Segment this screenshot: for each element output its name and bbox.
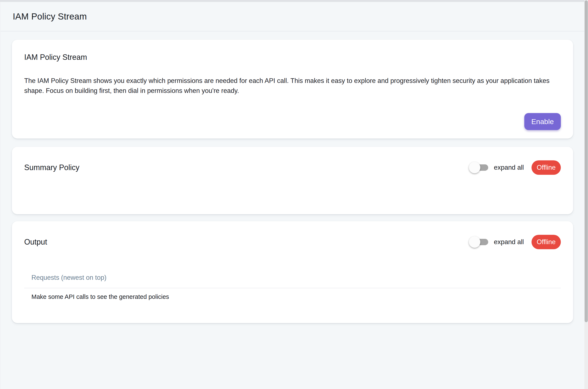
scrollbar[interactable] (584, 0, 588, 389)
summary-policy-heading: Summary Policy (24, 163, 79, 172)
toggle-knob (469, 162, 480, 173)
summary-status-badge-offline: Offline (532, 160, 561, 175)
intro-card: IAM Policy Stream The IAM Policy Stream … (12, 40, 573, 138)
app-header: IAM Policy Stream (0, 2, 584, 32)
toggle-knob (469, 236, 480, 248)
output-status-badge-offline: Offline (532, 235, 561, 249)
output-controls: expand all Offline (470, 235, 561, 249)
intro-card-actions: Enable (24, 113, 561, 130)
output-card: Output expand all Offline Requests (newe… (12, 221, 573, 323)
enable-button[interactable]: Enable (524, 113, 561, 130)
main-content: IAM Policy Stream The IAM Policy Stream … (0, 32, 584, 323)
expand-all-label[interactable]: expand all (494, 238, 524, 246)
scrollbar-thumb[interactable] (585, 0, 588, 322)
output-header: Output expand all Offline (24, 233, 561, 251)
intro-card-description: The IAM Policy Stream shows you exactly … (24, 76, 561, 96)
requests-section-title: Requests (newest on top) (24, 267, 561, 282)
output-heading: Output (24, 238, 47, 246)
summary-policy-header: Summary Policy expand all Offline (24, 159, 561, 176)
expand-all-label[interactable]: expand all (494, 164, 524, 171)
intro-card-heading: IAM Policy Stream (24, 53, 561, 62)
output-expand-toggle[interactable] (470, 239, 488, 245)
page-title: IAM Policy Stream (13, 11, 87, 22)
summary-policy-card: Summary Policy expand all Offline (12, 147, 573, 214)
window-left-edge (0, 2, 1, 389)
window-top-strip (0, 0, 584, 2)
requests-empty-message: Make some API calls to see the generated… (24, 288, 561, 300)
app-root: IAM Policy Stream IAM Policy Stream The … (0, 2, 584, 389)
requests-section: Requests (newest on top) Make some API c… (24, 267, 561, 300)
summary-policy-controls: expand all Offline (470, 160, 561, 175)
summary-expand-toggle[interactable] (470, 164, 488, 171)
